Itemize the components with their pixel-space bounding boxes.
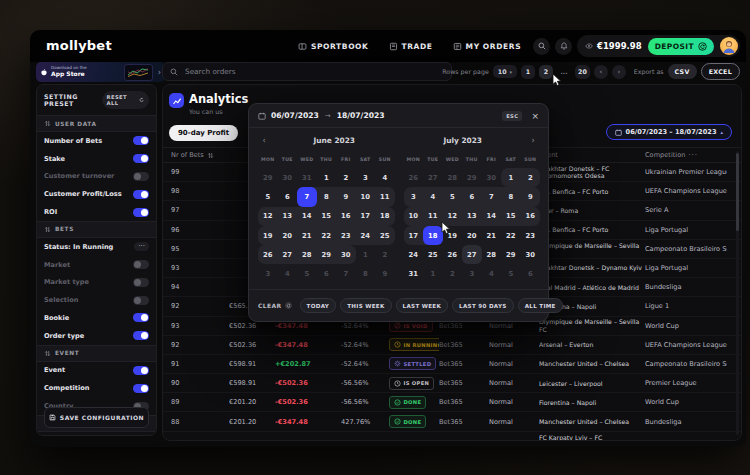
calendar-day[interactable]: 29 (317, 245, 337, 264)
table-row[interactable]: FC Karpaty Lviv – FC Chornomorets (163, 432, 741, 441)
calendar-day[interactable]: 28 (443, 168, 463, 187)
calendar-day[interactable]: 8 (501, 187, 521, 206)
calendar-day[interactable]: 8 (317, 187, 337, 206)
sidebar-item-customer-turnover[interactable]: Customer turnover (37, 168, 156, 186)
calendar-day[interactable]: 9 (336, 187, 356, 206)
calendar-day[interactable]: 26 (443, 245, 463, 264)
next-page-button[interactable]: › (612, 65, 626, 79)
calendar-day[interactable]: 26 (258, 245, 278, 264)
preset-this-week[interactable]: THIS WEEK (340, 298, 391, 313)
preset-today[interactable]: TODAY (300, 298, 337, 313)
toggle-off[interactable] (133, 296, 149, 305)
sidebar-item-status-in-running[interactable]: Status: In Running··· (37, 238, 156, 256)
calendar-day[interactable]: 16 (521, 207, 541, 226)
preset-last-90-days[interactable]: LAST 90 DAYS (452, 298, 514, 313)
nav-tab-trade[interactable]: TRADE (389, 42, 433, 51)
toggle-on[interactable] (133, 190, 149, 199)
calendar-day[interactable]: 30 (336, 245, 356, 264)
calendar-day[interactable]: 7 (336, 264, 356, 283)
reset-all-button[interactable]: RESET ALL (102, 91, 149, 109)
toggle-on[interactable] (133, 313, 149, 322)
esc-badge[interactable]: ESC (502, 111, 522, 121)
calendar-day[interactable]: 24 (404, 245, 424, 264)
clear-button[interactable]: CLEAR (258, 302, 292, 309)
calendar-day[interactable]: 18 (375, 207, 395, 226)
sidebar-item-number-of-bets[interactable]: Number of Bets (37, 132, 156, 150)
export-excel-button[interactable]: EXCEL (701, 63, 740, 80)
preset-last-week[interactable]: LAST WEEK (396, 298, 449, 313)
calendar-day[interactable]: 28 (297, 245, 317, 264)
calendar-day[interactable]: 11 (423, 207, 443, 226)
calendar-day[interactable]: 23 (336, 226, 356, 245)
toggle-off[interactable] (133, 278, 149, 287)
column-header-competition[interactable]: Competition··· (645, 151, 727, 159)
toggle-on[interactable] (133, 154, 149, 163)
toggle-off[interactable] (133, 260, 149, 269)
calendar-day[interactable]: 2 (336, 168, 356, 187)
nav-tab-my-orders[interactable]: MY ORDERS (453, 42, 522, 51)
page-button-20[interactable]: 20 (575, 65, 590, 79)
sidebar-item-event[interactable]: Event (37, 362, 156, 380)
page-button-2[interactable]: 2 (539, 65, 553, 79)
search-button[interactable] (533, 38, 550, 55)
close-icon[interactable]: × (531, 111, 539, 121)
calendar-day[interactable]: 4 (278, 264, 298, 283)
next-month-button[interactable]: › (527, 136, 539, 145)
calendar-day[interactable]: 25 (375, 226, 395, 245)
calendar-day[interactable]: 19 (258, 226, 278, 245)
toggle-on[interactable] (133, 136, 149, 145)
calendar-day[interactable]: 21 (482, 226, 502, 245)
calendar-day[interactable]: 1 (501, 168, 521, 187)
more-options-icon[interactable]: ··· (688, 151, 698, 159)
prev-month-button[interactable]: ‹ (258, 136, 270, 145)
calendar-day[interactable]: 13 (462, 207, 482, 226)
calendar-day[interactable]: 1 (423, 264, 443, 283)
calendar-day[interactable]: 2 (443, 264, 463, 283)
calendar-day[interactable]: 6 (317, 264, 337, 283)
calendar-day[interactable]: 17 (404, 226, 424, 245)
calendar-day[interactable]: 3 (356, 168, 376, 187)
calendar-day[interactable]: 5 (443, 187, 463, 206)
calendar-day[interactable]: 26 (404, 168, 424, 187)
calendar-day[interactable]: 14 (482, 207, 502, 226)
sidebar-item-market-type[interactable]: Market type (37, 273, 156, 291)
calendar-day[interactable]: 8 (356, 264, 376, 283)
nav-tab-sportbook[interactable]: SPORTBOOK (298, 42, 369, 51)
calendar-day[interactable]: 12 (443, 207, 463, 226)
calendar-day[interactable]: 7 (482, 187, 502, 206)
calendar-day[interactable]: 10 (356, 187, 376, 206)
calendar-day[interactable]: 9 (521, 187, 541, 206)
calendar-day[interactable]: 1 (317, 168, 337, 187)
calendar-day[interactable]: 30 (482, 168, 502, 187)
calendar-day[interactable]: 30 (278, 168, 298, 187)
calendar-day[interactable]: 27 (278, 245, 298, 264)
toggle-on[interactable] (133, 208, 149, 217)
preset-all-time[interactable]: ALL TIME (518, 298, 563, 313)
sidebar-item-selection[interactable]: Selection (37, 291, 156, 309)
calendar-day[interactable]: 21 (297, 226, 317, 245)
prev-page-button[interactable]: ‹ (594, 65, 608, 79)
search-bar[interactable] (162, 62, 452, 81)
user-avatar[interactable] (720, 37, 738, 55)
calendar-day[interactable]: 4 (423, 187, 443, 206)
calendar-day[interactable]: 28 (482, 245, 502, 264)
calendar-day[interactable]: 27 (462, 245, 482, 264)
notifications-button[interactable] (555, 38, 572, 55)
balance[interactable]: €1999.98 (585, 41, 642, 51)
column-header-event[interactable]: Event (539, 151, 645, 159)
sidebar-item-stake[interactable]: Stake (37, 150, 156, 168)
sidebar-item-customer-profit-loss[interactable]: Customer Profit/Loss (37, 185, 156, 203)
table-row[interactable]: 92€502.36-€347.48-52.64%IN RUNNINGBet365… (163, 336, 741, 355)
calendar-day[interactable]: 22 (501, 226, 521, 245)
calendar-day[interactable]: 12 (258, 207, 278, 226)
export-csv-button[interactable]: CSV (668, 64, 697, 79)
calendar-day[interactable]: 29 (258, 168, 278, 187)
calendar-day[interactable]: 16 (336, 207, 356, 226)
calendar-day[interactable]: 2 (375, 245, 395, 264)
calendar-day[interactable]: 4 (482, 264, 502, 283)
sidebar-item-competition[interactable]: Competition (37, 379, 156, 397)
save-configuration-button[interactable]: SAVE CONFIGURATION (44, 407, 149, 428)
calendar-day[interactable]: 1 (356, 245, 376, 264)
calendar-day[interactable]: 27 (423, 168, 443, 187)
table-row[interactable]: 89€201.20-€502.36-56.56%DONEBet365Normal… (163, 393, 741, 412)
